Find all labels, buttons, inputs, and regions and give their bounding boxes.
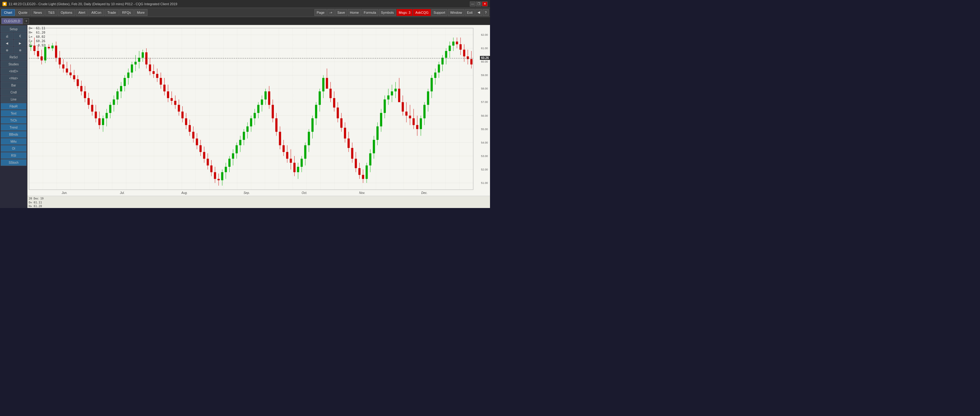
menu-news[interactable]: News [31,9,45,16]
ohlc-info: O= 61.11 H= 61.20 L= 60.02 C= 60.26 Δ= -… [29,26,45,48]
minimize-button[interactable]: — [470,2,475,6]
icon-btn-3[interactable]: ◀ [1,40,13,46]
minus-plus-button[interactable]: -+ [327,9,335,16]
askcqg-button[interactable]: AskCQG [413,9,431,16]
tab-cleg20d[interactable]: CLEG20,D [1,18,23,24]
oi-button[interactable]: OI [1,145,27,152]
formula-button[interactable]: Formula [361,9,378,16]
menu-more[interactable]: More [134,9,148,16]
menu-chart[interactable]: Chart [1,9,15,16]
trend-button[interactable]: Trend [1,124,27,131]
euro-button[interactable]: € [14,33,27,40]
ohlc-l: L= 60.02 [29,35,45,39]
sidebar-icon-row-3: ⊕ ⊗ [1,47,27,53]
menu-alert[interactable]: Alert [76,9,88,16]
menu-allcon[interactable]: AllCon [89,9,104,16]
arrow-button[interactable]: ◀ [475,9,482,16]
intd-button[interactable]: <IntD> [1,68,27,75]
menu-rfqs[interactable]: RFQs [119,9,134,16]
menu-bar: Chart Quote News T&S Options Alert AllCo… [0,8,490,17]
close-button[interactable]: ✕ [482,2,488,6]
bottom-o: O= 61.11 [29,201,44,205]
ohlc-o: O= 61.11 [29,26,45,30]
save-button[interactable]: Save [335,9,347,16]
bottom-date: 20 Dec 19 [29,197,44,201]
tab-label: CLEG20,D [4,19,20,23]
trch-button[interactable]: TrCh [1,117,27,124]
icon-btn-4[interactable]: ▶ [14,40,27,46]
support-button[interactable]: Support [431,9,447,16]
sidebar: Setup 🖨 € ◀ ▶ ⊕ ⊗ ReScl Studies <IntD> <… [0,25,27,208]
rsi-button[interactable]: RSI [1,152,27,159]
bottom-h: H= 61.20 [29,204,44,208]
bar-button[interactable]: Bar [1,82,27,89]
tab-bar: CLEG20,D + [0,17,490,25]
exit-button[interactable]: Exit [465,9,475,16]
current-price-label: 60.26 [480,56,490,60]
page-button[interactable]: Page [315,9,327,16]
menu-options[interactable]: Options [58,9,75,16]
chart-canvas [27,25,490,208]
app-icon: ▦ [2,2,7,6]
ohlc-h: H= 61.20 [29,30,45,35]
text-button[interactable]: Text [1,110,27,117]
chart-area[interactable]: O= 61.11 H= 61.20 L= 60.02 C= 60.26 Δ= -… [27,25,490,208]
title-bar: ▦ 11:48:23 CLEG20 - Crude Light (Globex)… [0,0,490,8]
main-area: Setup 🖨 € ◀ ▶ ⊕ ⊗ ReScl Studies <IntD> <… [0,25,490,208]
ohlc-c: C= 60.26 [29,39,45,43]
menu-quote[interactable]: Quote [16,9,30,16]
ohlc-delta: Δ= -0.92 [29,43,45,48]
icon-btn-6[interactable]: ⊗ [14,47,27,53]
bbnds-button[interactable]: BBnds [1,131,27,138]
print-button[interactable]: 🖨 [1,33,13,40]
add-tab-button[interactable]: + [24,18,29,24]
setup-button[interactable]: Setup [1,26,27,32]
menu-ts[interactable]: T&S [45,9,57,16]
right-buttons: Page -+ Save Home Formula Symbols Msgs: … [315,9,489,16]
title-bar-controls: — ❐ ✕ [470,2,488,6]
fibor-button[interactable]: FiboR [1,103,27,110]
max-button[interactable]: MAx [1,138,27,145]
restore-button[interactable]: ❐ [476,2,482,6]
sstoch-button[interactable]: SStoch [1,159,27,166]
cndl-button[interactable]: Cndl [1,89,27,96]
help-button[interactable]: ? [483,9,489,16]
hist-button[interactable]: <Hist> [1,75,27,81]
icon-btn-5[interactable]: ⊕ [1,47,13,53]
msgs-button[interactable]: Msgs: 3 [396,9,413,16]
window-button[interactable]: Window [448,9,464,16]
app-icon-text: ▦ [3,2,6,5]
menu-trade[interactable]: Trade [105,9,119,16]
bottom-date-info: 20 Dec 19 O= 61.11 H= 61.20 L= 60.02 C= … [29,197,44,208]
rescl-button[interactable]: ReScl [1,54,27,61]
studies-button[interactable]: Studies [1,61,27,67]
title-bar-left: ▦ 11:48:23 CLEG20 - Crude Light (Globex)… [2,2,177,6]
window-title: 11:48:23 CLEG20 - Crude Light (Globex), … [8,2,177,6]
bottom-info: 20 Dec 19 O= 61.11 H= 61.20 L= 60.02 C= … [27,196,490,208]
symbols-button[interactable]: Symbols [379,9,396,16]
sidebar-icon-row-1: 🖨 € [1,33,27,40]
line-button[interactable]: Line [1,96,27,103]
home-button[interactable]: Home [348,9,361,16]
sidebar-icon-row-2: ◀ ▶ [1,40,27,46]
